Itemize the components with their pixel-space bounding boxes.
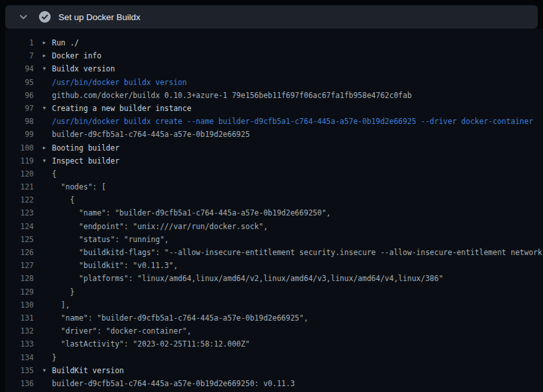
line-number[interactable]: 119 <box>5 154 34 167</box>
line-number[interactable]: 121 <box>5 180 34 193</box>
log-group-row[interactable]: 119 ▼ Inspect builder <box>5 154 543 167</box>
log-row: 121 "nodes": [ <box>5 180 543 193</box>
line-number[interactable]: 122 <box>5 193 34 206</box>
group-collapsed-arrow-icon: ▶ <box>43 49 52 62</box>
log-line-text: "lastActivity": "2023-02-25T11:58:12.000… <box>52 337 543 350</box>
line-number[interactable]: 126 <box>5 246 34 259</box>
line-number[interactable]: 135 <box>5 364 34 377</box>
log-row: 128 "platforms": "linux/amd64,linux/amd6… <box>5 272 543 285</box>
line-number[interactable]: 95 <box>5 76 34 89</box>
group-collapsed-arrow-icon: ▶ <box>43 141 52 154</box>
line-number[interactable]: 99 <box>5 128 34 141</box>
log-row: 129 } <box>5 286 543 299</box>
line-number[interactable]: 123 <box>5 206 34 219</box>
chevron-down-icon[interactable] <box>18 12 29 22</box>
line-number[interactable]: 129 <box>5 286 34 299</box>
log-line-text: "nodes": [ <box>52 180 543 193</box>
log-group-row[interactable]: 94 ▼ Buildx version <box>5 62 543 75</box>
log-row: 99 builder-d9cfb5a1-c764-445a-a57e-0b19d… <box>5 128 543 141</box>
log-row: 96 github.com/docker/buildx 0.10.3+azure… <box>5 89 543 102</box>
log-line-text: "driver": "docker-container", <box>52 325 543 337</box>
group-collapsed-arrow-icon: ▶ <box>43 36 52 49</box>
log-line-text: } <box>52 351 543 364</box>
log-line-text: builder-d9cfb5a1-c764-445a-a57e-0b19d2e6… <box>52 377 543 390</box>
log-row: 124 "endpoint": "unix:///var/run/docker.… <box>5 220 543 233</box>
line-number[interactable]: 100 <box>5 141 34 154</box>
line-number[interactable]: 128 <box>5 272 34 285</box>
log-line-text: "name": "builder-d9cfb5a1-c764-445a-a57e… <box>52 312 543 325</box>
log-row: 136 builder-d9cfb5a1-c764-445a-a57e-0b19… <box>5 377 543 390</box>
log-group-row[interactable]: 97 ▼ Creating a new builder instance <box>5 102 543 115</box>
log-line-text: "status": "running", <box>52 233 543 246</box>
log-row: 126 "buildkitd-flags": "--allow-insecure… <box>5 246 543 259</box>
log-line-text: Buildx version <box>52 62 543 75</box>
log-line-text: "buildkit": "v0.11.3", <box>52 259 543 272</box>
log-line-text: Inspect builder <box>52 154 543 167</box>
line-number[interactable]: 94 <box>5 62 34 75</box>
line-number[interactable]: 97 <box>5 102 34 115</box>
log-row: 122 { <box>5 193 543 206</box>
log-line-text: { <box>52 167 543 180</box>
log-row: 134 } <box>5 351 543 364</box>
line-number[interactable]: 132 <box>5 325 34 337</box>
log-line-text: "endpoint": "unix:///var/run/docker.sock… <box>52 220 543 233</box>
line-number[interactable]: 130 <box>5 299 34 312</box>
log-line-text: /usr/bin/docker buildx create --name bui… <box>52 115 543 128</box>
log-line-text: "platforms": "linux/amd64,linux/amd64/v2… <box>52 272 543 285</box>
log-row: 125 "status": "running", <box>5 233 543 246</box>
log-line-text: ], <box>52 299 543 312</box>
log-line-text: { <box>52 193 543 206</box>
group-expanded-arrow-icon: ▼ <box>43 62 52 75</box>
group-expanded-arrow-icon: ▼ <box>43 102 52 115</box>
log-line-text: "buildkitd-flags": "--allow-insecure-ent… <box>52 246 543 259</box>
log-row: 131 "name": "builder-d9cfb5a1-c764-445a-… <box>5 312 543 325</box>
step-header[interactable]: Set up Docker Buildx <box>5 5 538 29</box>
group-expanded-arrow-icon: ▼ <box>43 154 52 167</box>
log-line-text: Docker info <box>52 49 543 62</box>
log-row: 95 /usr/bin/docker buildx version <box>5 76 543 89</box>
line-number[interactable]: 96 <box>5 89 34 102</box>
log-row: 133 "lastActivity": "2023-02-25T11:58:12… <box>5 337 543 350</box>
log-row: 120 { <box>5 167 543 180</box>
log-group-row[interactable]: 100 ▶ Booting builder <box>5 141 543 154</box>
log-line-text: } <box>52 286 543 299</box>
log-row: 132 "driver": "docker-container", <box>5 325 543 337</box>
check-circle-icon <box>39 11 51 23</box>
log-line-text: builder-d9cfb5a1-c764-445a-a57e-0b19d2e6… <box>52 128 543 141</box>
log-line-text: BuildKit version <box>52 364 543 377</box>
line-number[interactable]: 133 <box>5 337 34 350</box>
line-number[interactable]: 131 <box>5 312 34 325</box>
log-line-text: Run ./ <box>52 36 543 49</box>
group-expanded-arrow-icon: ▼ <box>43 364 52 377</box>
line-number[interactable]: 136 <box>5 377 34 390</box>
line-number[interactable]: 98 <box>5 115 34 128</box>
log-line-text: Booting builder <box>52 141 543 154</box>
step-title: Set up Docker Buildx <box>58 12 140 22</box>
line-number[interactable]: 124 <box>5 220 34 233</box>
log-row: 98 /usr/bin/docker buildx create --name … <box>5 115 543 128</box>
line-number[interactable]: 1 <box>5 36 34 49</box>
log-group-row[interactable]: 1 ▶ Run ./ <box>5 36 543 49</box>
line-number[interactable]: 125 <box>5 233 34 246</box>
log-line-text: /usr/bin/docker buildx version <box>52 76 543 89</box>
log-group-row[interactable]: 7 ▶ Docker info <box>5 49 543 62</box>
log-row: 130 ], <box>5 299 543 312</box>
log-line-text: github.com/docker/buildx 0.10.3+azure-1 … <box>52 89 543 102</box>
log-viewer: 1 ▶ Run ./ 7 ▶ Docker info 94 ▼ Buildx v… <box>5 29 543 392</box>
line-number[interactable]: 127 <box>5 259 34 272</box>
log-row: 127 "buildkit": "v0.11.3", <box>5 259 543 272</box>
line-number[interactable]: 134 <box>5 351 34 364</box>
log-line-text: "name": "builder-d9cfb5a1-c764-445a-a57e… <box>52 206 543 219</box>
log-row: 123 "name": "builder-d9cfb5a1-c764-445a-… <box>5 206 543 219</box>
line-number[interactable]: 120 <box>5 167 34 180</box>
log-line-text: Creating a new builder instance <box>52 102 543 115</box>
log-group-row[interactable]: 135 ▼ BuildKit version <box>5 364 543 377</box>
line-number[interactable]: 7 <box>5 49 34 62</box>
